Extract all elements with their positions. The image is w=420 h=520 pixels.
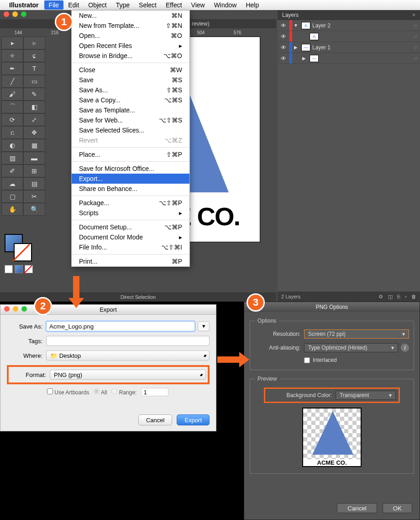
rotate-tool[interactable]: ⟳ [1,113,23,126]
export-traffic-lights[interactable] [4,306,27,312]
line-tool[interactable]: ╱ [1,75,23,88]
file-menu-item[interactable]: Save Selected Slices... [72,125,189,135]
visibility-icon[interactable]: 👁 [278,33,289,40]
target-icon[interactable]: ○ [411,44,420,51]
rectangle-tool[interactable]: ▭ [23,75,45,88]
file-menu-item[interactable]: Place...⇧⌘P [72,149,189,159]
paintbrush-tool[interactable]: 🖌 [1,88,23,101]
expand-dialog-button[interactable]: ▾ [198,321,210,331]
scale-tool[interactable]: ⤢ [23,113,45,126]
blend-tool[interactable]: ⊞ [23,164,45,177]
export-button[interactable]: Export [177,414,210,425]
info-icon[interactable]: i [401,344,409,352]
layer-row[interactable]: 👁A○ [278,31,420,42]
magic-wand-tool[interactable]: ✧ [1,49,23,62]
file-menu-item[interactable]: Save for Web...⌥⇧⌘S [72,115,189,125]
width-tool[interactable]: ⎌ [1,126,23,139]
background-color-select[interactable]: Transparent▾ [336,391,396,400]
menu-edit[interactable]: Edit [63,0,84,10]
png-cancel-button[interactable]: Cancel [337,503,377,513]
where-select[interactable]: 📁 Desktop▴▾ [46,350,210,361]
file-menu-item[interactable]: Save as Template... [72,105,189,115]
file-menu-item[interactable]: Open Recent Files [72,41,189,51]
layer-row[interactable]: 👁▶—Layer 1○ [278,42,420,53]
menu-select[interactable]: Select [134,0,161,10]
lasso-tool[interactable]: ɕ [23,49,45,62]
file-menu-item[interactable]: Close⌘W [72,65,189,75]
file-menu-item[interactable]: File Info...⌥⇧⌘I [72,242,189,252]
new-sublayer-icon[interactable]: ⎘ [397,294,400,300]
perspective-tool[interactable]: ▦ [23,139,45,152]
file-menu-item[interactable]: Share on Behance... [72,184,189,194]
file-menu-item[interactable]: Scripts [72,208,189,218]
menu-view[interactable]: View [187,0,210,10]
file-menu-item[interactable]: New...⌘N [72,11,189,21]
visibility-icon[interactable]: 👁 [278,44,289,51]
slice-tool[interactable]: ✂ [23,190,45,203]
layer-name[interactable]: Layer 1 [312,44,411,51]
zoom-tool[interactable]: 🔍 [23,203,45,216]
target-icon[interactable]: ○ [411,22,420,29]
selection-tool[interactable]: ▸ [1,37,23,49]
range-input[interactable] [141,388,168,396]
locate-object-icon[interactable]: ⯐ [378,294,383,300]
file-menu-item[interactable]: Package...⌥⇧⌘P [72,198,189,208]
gradient-tool[interactable]: ▬ [23,152,45,164]
window-traffic-lights[interactable] [4,11,26,17]
make-clipping-mask-icon[interactable]: ◫ [388,294,393,300]
file-menu-item[interactable]: Browse in Bridge...⌥⌘O [72,51,189,61]
target-icon[interactable]: ○ [411,33,420,40]
graph-tool[interactable]: ▤ [23,177,45,190]
fill-stroke-swatches[interactable] [5,234,32,261]
menu-window[interactable]: Window [210,0,242,10]
file-menu-item[interactable]: Document Color Mode [72,232,189,242]
free-transform-tool[interactable]: ✥ [23,126,45,139]
format-select[interactable]: PNG (png)▴▾ [50,370,206,380]
layer-row[interactable]: 👁▶—○ [278,53,420,64]
file-menu-item[interactable]: Export... [72,174,189,184]
png-ok-button[interactable]: OK [383,503,412,513]
type-tool[interactable]: T [23,62,45,75]
menu-type[interactable]: Type [111,0,134,10]
file-menu-item[interactable]: Print...⌘P [72,256,189,266]
mesh-tool[interactable]: ▨ [1,152,23,164]
layer-name[interactable]: Layer 2 [312,22,411,29]
delete-layer-icon[interactable]: 🗑 [411,294,416,300]
eraser-tool[interactable]: ◧ [23,101,45,113]
pen-tool[interactable]: ✒ [1,62,23,75]
menu-object[interactable]: Object [84,0,111,10]
direct-selection-tool[interactable]: ▹ [23,37,45,49]
blob-brush-tool[interactable]: ⌒ [1,101,23,113]
layer-row[interactable]: 👁▼ALayer 2○ [278,20,420,31]
close-icon[interactable]: × [412,12,415,18]
save-as-input[interactable] [46,321,195,331]
disclosure-icon[interactable]: ▶ [292,45,299,50]
use-artboards-checkbox[interactable]: Use Artboards [47,388,89,396]
file-menu-item[interactable]: Save⌘S [72,75,189,85]
file-menu-item[interactable]: Save As...⇧⌘S [72,85,189,95]
cancel-button[interactable]: Cancel [138,414,172,425]
range-radio[interactable]: Range: [111,388,136,396]
interlaced-checkbox[interactable]: Interlaced [304,357,409,363]
visibility-icon[interactable]: 👁 [278,55,289,62]
tags-input[interactable] [46,336,210,346]
disclosure-icon[interactable]: ▼ [292,23,299,28]
menu-effect[interactable]: Effect [161,0,187,10]
pencil-tool[interactable]: ✎ [23,88,45,101]
shape-builder-tool[interactable]: ◐ [1,139,23,152]
stroke-swatch[interactable] [14,243,32,261]
file-menu-item[interactable]: Save a Copy...⌥⌘S [72,95,189,105]
file-menu-item[interactable]: New from Template...⇧⌘N [72,21,189,31]
hand-tool[interactable]: ✋ [1,203,23,216]
file-menu-item[interactable]: Document Setup...⌥⌘P [72,222,189,232]
all-radio[interactable]: All [94,388,107,396]
visibility-icon[interactable]: 👁 [278,22,289,29]
target-icon[interactable]: ○ [411,55,420,62]
new-layer-icon[interactable]: ▫ [405,294,407,300]
symbol-sprayer-tool[interactable]: ☁ [1,177,23,190]
artboard-tool[interactable]: ▢ [1,190,23,203]
menu-help[interactable]: Help [241,0,263,10]
disclosure-icon[interactable]: ▶ [300,56,308,61]
file-menu-item[interactable]: Open...⌘O [72,31,189,41]
resolution-select[interactable]: Screen (72 ppi)▾ [304,329,409,339]
